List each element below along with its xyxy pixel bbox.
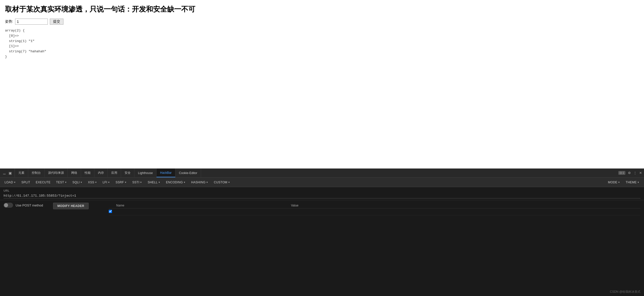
tab-performance[interactable]: 性能: [81, 168, 94, 177]
toggle-knob: [4, 203, 8, 207]
devtools-icons: ⚊ ▣: [0, 168, 15, 177]
url-input[interactable]: [4, 193, 640, 198]
more-icon[interactable]: ⋮: [633, 171, 637, 175]
header-row-name: [116, 210, 291, 214]
mode-button[interactable]: MODE ▼: [605, 180, 623, 185]
header-name-col: Name: [116, 204, 291, 207]
header-row-value: [291, 210, 640, 214]
custom-button[interactable]: CUSTOM ▼: [211, 180, 233, 185]
header-table-section: Name Value: [99, 203, 640, 215]
tab-application[interactable]: 应用: [108, 168, 121, 177]
header-value-input[interactable]: [291, 210, 640, 214]
device-icon[interactable]: ▣: [8, 171, 13, 175]
theme-button[interactable]: THEME ▼: [623, 180, 642, 185]
tab-memory[interactable]: 内存: [94, 168, 108, 177]
submit-button[interactable]: 提交: [50, 19, 63, 25]
xss-button[interactable]: XSS ▼: [86, 180, 100, 185]
ssti-button[interactable]: SSTI ▼: [130, 180, 145, 185]
devtools-tabbar: ⚊ ▣ 元素 控制台 源代码/来源 网络 性能 内存 应用 安全 Lightho…: [0, 168, 644, 178]
devtools-tabs: 元素 控制台 源代码/来源 网络 性能 内存 应用 安全 Lighthouse …: [15, 168, 616, 177]
header-value-col: Value: [291, 204, 640, 207]
devtools-panel: ⚊ ▣ 元素 控制台 源代码/来源 网络 性能 内存 应用 安全 Lightho…: [0, 168, 644, 296]
modify-header-button[interactable]: MODIFY HEADER: [53, 203, 89, 209]
tab-source[interactable]: 源代码/来源: [45, 168, 68, 177]
tab-network[interactable]: 网络: [68, 168, 81, 177]
load-button[interactable]: LOAD ▼: [2, 180, 18, 185]
hackbar-right-buttons: MODE ▼ THEME ▼: [605, 180, 642, 185]
header-name-input[interactable]: [116, 210, 291, 214]
post-method-label: Use POST method: [16, 203, 43, 207]
settings-icon[interactable]: ⚙: [628, 171, 631, 175]
tab-console[interactable]: 控制台: [28, 168, 45, 177]
code-output: array(2) { [0]=> string(1) "1" [1]=> str…: [5, 28, 639, 60]
lfi-button[interactable]: LFI ▼: [100, 180, 112, 185]
encoding-button[interactable]: ENCODING ▼: [164, 180, 188, 185]
url-label: URL: [4, 189, 640, 192]
url-section: URL: [0, 187, 644, 200]
shell-button[interactable]: SHELL ▼: [145, 180, 163, 185]
page-title: 取材于某次真实环境渗透，只说一句话：开发和安全缺一不可: [5, 5, 639, 14]
options-row: Use POST method MODIFY HEADER Name Value: [0, 200, 644, 218]
close-devtools-icon[interactable]: ✕: [639, 171, 642, 175]
devtools-tab-actions: ⊡ 1 ⚙ ⋮ ✕: [616, 168, 644, 177]
tab-security[interactable]: 安全: [121, 168, 134, 177]
header-row-checkbox: [109, 209, 116, 214]
tab-inspector[interactable]: 元素: [15, 168, 28, 177]
posture-input[interactable]: [15, 19, 48, 25]
tab-lighthouse[interactable]: Lighthouse: [134, 168, 157, 177]
inspector-icon[interactable]: ⚊: [2, 171, 7, 175]
csdn-watermark: CSDN @给我杯冰美式: [610, 290, 640, 294]
header-row: [109, 208, 640, 215]
test-button[interactable]: TEST ▼: [54, 180, 69, 185]
hackbar-toolbar: LOAD ▼ SPLIT EXECUTE TEST ▼ SQLI ▼ XSS ▼…: [0, 178, 644, 187]
form-label: 姿势:: [5, 19, 13, 24]
tab-hackbar[interactable]: HackBar: [157, 168, 175, 177]
header-table-header: Name Value: [109, 203, 640, 208]
sqli-button[interactable]: SQLI ▼: [70, 180, 85, 185]
ssrf-button[interactable]: SSRF ▼: [113, 180, 129, 185]
header-checkbox[interactable]: [109, 210, 112, 213]
post-method-switch[interactable]: [4, 203, 13, 208]
execute-button[interactable]: EXECUTE: [33, 180, 53, 185]
tab-cookie-editor[interactable]: Cookie-Editor: [175, 168, 201, 177]
hashing-button[interactable]: HASHING ▼: [189, 180, 211, 185]
post-method-toggle: Use POST method: [4, 203, 43, 208]
split-button[interactable]: SPLIT: [19, 180, 33, 185]
tab-count-badge: ⊡ 1: [618, 171, 625, 175]
